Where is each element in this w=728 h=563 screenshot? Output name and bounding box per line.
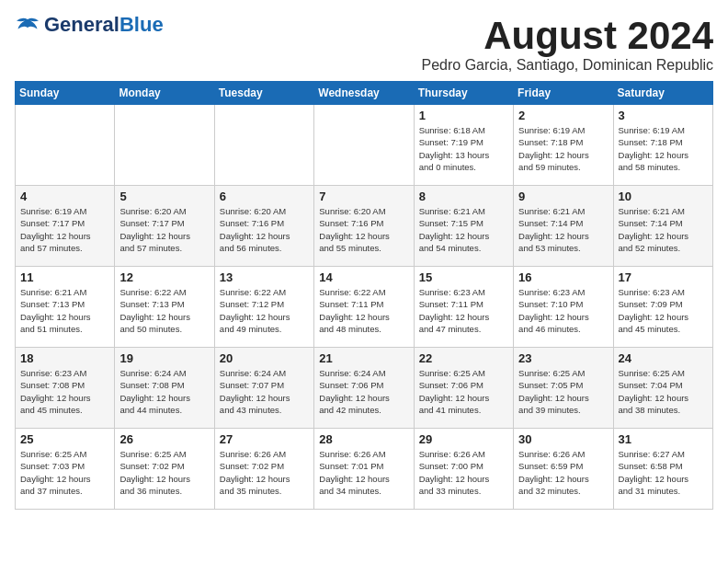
- day-number: 4: [20, 190, 109, 203]
- logo-bird-icon: [15, 17, 40, 33]
- calendar-week-row: 25Sunrise: 6:25 AM Sunset: 7:03 PM Dayli…: [16, 429, 713, 510]
- day-content: Sunrise: 6:24 AM Sunset: 7:08 PM Dayligh…: [119, 367, 209, 416]
- calendar-cell: 27Sunrise: 6:26 AM Sunset: 7:02 PM Dayli…: [214, 429, 313, 510]
- weekday-header-wednesday: Wednesday: [314, 82, 414, 105]
- day-content: Sunrise: 6:26 AM Sunset: 7:02 PM Dayligh…: [220, 448, 309, 497]
- title-area: August 2024 Pedro Garcia, Santiago, Domi…: [422, 15, 714, 74]
- calendar-cell: 6Sunrise: 6:20 AM Sunset: 7:16 PM Daylig…: [214, 186, 313, 267]
- calendar-cell: 5Sunrise: 6:20 AM Sunset: 7:17 PM Daylig…: [115, 186, 214, 267]
- day-number: 25: [20, 432, 109, 446]
- day-number: 20: [220, 351, 309, 365]
- day-content: Sunrise: 6:23 AM Sunset: 7:08 PM Dayligh…: [20, 367, 109, 416]
- day-content: Sunrise: 6:20 AM Sunset: 7:17 PM Dayligh…: [119, 205, 209, 254]
- day-content: Sunrise: 6:25 AM Sunset: 7:03 PM Dayligh…: [20, 448, 109, 497]
- calendar-cell: 2Sunrise: 6:19 AM Sunset: 7:18 PM Daylig…: [514, 105, 613, 186]
- calendar-week-row: 1Sunrise: 6:18 AM Sunset: 7:19 PM Daylig…: [16, 105, 713, 186]
- day-number: 27: [220, 432, 309, 446]
- day-number: 15: [419, 270, 508, 284]
- calendar-cell: 9Sunrise: 6:21 AM Sunset: 7:14 PM Daylig…: [514, 186, 613, 267]
- day-number: 31: [619, 432, 708, 446]
- header: GeneralBlue August 2024 Pedro Garcia, Sa…: [15, 15, 713, 74]
- calendar-cell: [214, 105, 313, 186]
- location-subtitle: Pedro Garcia, Santiago, Dominican Republ…: [422, 57, 714, 74]
- day-content: Sunrise: 6:22 AM Sunset: 7:11 PM Dayligh…: [319, 286, 408, 335]
- calendar-cell: 16Sunrise: 6:23 AM Sunset: 7:10 PM Dayli…: [514, 267, 613, 348]
- day-content: Sunrise: 6:18 AM Sunset: 7:19 PM Dayligh…: [419, 124, 508, 173]
- day-content: Sunrise: 6:22 AM Sunset: 7:12 PM Dayligh…: [220, 286, 309, 335]
- calendar-cell: 31Sunrise: 6:27 AM Sunset: 6:58 PM Dayli…: [613, 429, 712, 510]
- calendar-cell: 3Sunrise: 6:19 AM Sunset: 7:18 PM Daylig…: [613, 105, 712, 186]
- calendar-cell: [314, 105, 414, 186]
- calendar-cell: 28Sunrise: 6:26 AM Sunset: 7:01 PM Dayli…: [314, 429, 414, 510]
- day-content: Sunrise: 6:21 AM Sunset: 7:15 PM Dayligh…: [419, 205, 508, 254]
- day-number: 26: [119, 432, 209, 446]
- day-number: 23: [518, 351, 608, 365]
- day-number: 13: [220, 270, 309, 284]
- day-number: 10: [619, 190, 708, 203]
- calendar-cell: 10Sunrise: 6:21 AM Sunset: 7:14 PM Dayli…: [613, 186, 712, 267]
- calendar-cell: [115, 105, 214, 186]
- calendar-cell: 24Sunrise: 6:25 AM Sunset: 7:04 PM Dayli…: [613, 348, 712, 429]
- calendar-cell: 30Sunrise: 6:26 AM Sunset: 6:59 PM Dayli…: [514, 429, 613, 510]
- day-content: Sunrise: 6:25 AM Sunset: 7:05 PM Dayligh…: [518, 367, 608, 416]
- day-content: Sunrise: 6:19 AM Sunset: 7:18 PM Dayligh…: [518, 124, 608, 173]
- day-content: Sunrise: 6:23 AM Sunset: 7:11 PM Dayligh…: [419, 286, 508, 335]
- calendar-cell: 13Sunrise: 6:22 AM Sunset: 7:12 PM Dayli…: [214, 267, 313, 348]
- day-number: 1: [419, 109, 508, 122]
- day-number: 9: [518, 190, 608, 203]
- calendar-cell: 15Sunrise: 6:23 AM Sunset: 7:11 PM Dayli…: [414, 267, 513, 348]
- calendar-week-row: 18Sunrise: 6:23 AM Sunset: 7:08 PM Dayli…: [16, 348, 713, 429]
- calendar-week-row: 4Sunrise: 6:19 AM Sunset: 7:17 PM Daylig…: [16, 186, 713, 267]
- day-content: Sunrise: 6:25 AM Sunset: 7:02 PM Dayligh…: [119, 448, 209, 497]
- calendar-cell: 26Sunrise: 6:25 AM Sunset: 7:02 PM Dayli…: [115, 429, 214, 510]
- day-content: Sunrise: 6:26 AM Sunset: 7:00 PM Dayligh…: [419, 448, 508, 497]
- day-number: 29: [419, 432, 508, 446]
- day-content: Sunrise: 6:25 AM Sunset: 7:06 PM Dayligh…: [419, 367, 508, 416]
- day-content: Sunrise: 6:21 AM Sunset: 7:14 PM Dayligh…: [619, 205, 708, 254]
- day-number: 2: [518, 109, 608, 122]
- day-number: 21: [319, 351, 408, 365]
- calendar-cell: 23Sunrise: 6:25 AM Sunset: 7:05 PM Dayli…: [514, 348, 613, 429]
- day-number: 18: [20, 351, 109, 365]
- day-number: 3: [619, 109, 708, 122]
- day-content: Sunrise: 6:21 AM Sunset: 7:14 PM Dayligh…: [518, 205, 608, 254]
- day-content: Sunrise: 6:25 AM Sunset: 7:04 PM Dayligh…: [619, 367, 708, 416]
- calendar-cell: 17Sunrise: 6:23 AM Sunset: 7:09 PM Dayli…: [613, 267, 712, 348]
- calendar-cell: 11Sunrise: 6:21 AM Sunset: 7:13 PM Dayli…: [16, 267, 115, 348]
- day-content: Sunrise: 6:24 AM Sunset: 7:07 PM Dayligh…: [220, 367, 309, 416]
- calendar-table: SundayMondayTuesdayWednesdayThursdayFrid…: [15, 81, 713, 510]
- day-content: Sunrise: 6:24 AM Sunset: 7:06 PM Dayligh…: [319, 367, 408, 416]
- day-content: Sunrise: 6:21 AM Sunset: 7:13 PM Dayligh…: [20, 286, 109, 335]
- calendar-week-row: 11Sunrise: 6:21 AM Sunset: 7:13 PM Dayli…: [16, 267, 713, 348]
- day-number: 5: [119, 190, 209, 203]
- weekday-header-monday: Monday: [115, 82, 214, 105]
- day-number: 17: [619, 270, 708, 284]
- day-content: Sunrise: 6:23 AM Sunset: 7:10 PM Dayligh…: [518, 286, 608, 335]
- calendar-cell: 22Sunrise: 6:25 AM Sunset: 7:06 PM Dayli…: [414, 348, 513, 429]
- day-content: Sunrise: 6:26 AM Sunset: 7:01 PM Dayligh…: [319, 448, 408, 497]
- weekday-header-saturday: Saturday: [613, 82, 712, 105]
- calendar-cell: 20Sunrise: 6:24 AM Sunset: 7:07 PM Dayli…: [214, 348, 313, 429]
- calendar-cell: 18Sunrise: 6:23 AM Sunset: 7:08 PM Dayli…: [16, 348, 115, 429]
- weekday-header-sunday: Sunday: [16, 82, 115, 105]
- day-content: Sunrise: 6:20 AM Sunset: 7:16 PM Dayligh…: [319, 205, 408, 254]
- day-number: 19: [119, 351, 209, 365]
- day-content: Sunrise: 6:22 AM Sunset: 7:13 PM Dayligh…: [119, 286, 209, 335]
- weekday-header-friday: Friday: [514, 82, 613, 105]
- calendar-cell: 8Sunrise: 6:21 AM Sunset: 7:15 PM Daylig…: [414, 186, 513, 267]
- day-content: Sunrise: 6:23 AM Sunset: 7:09 PM Dayligh…: [619, 286, 708, 335]
- calendar-cell: 4Sunrise: 6:19 AM Sunset: 7:17 PM Daylig…: [16, 186, 115, 267]
- weekday-header-row: SundayMondayTuesdayWednesdayThursdayFrid…: [16, 82, 713, 105]
- weekday-header-thursday: Thursday: [414, 82, 513, 105]
- calendar-cell: 21Sunrise: 6:24 AM Sunset: 7:06 PM Dayli…: [314, 348, 414, 429]
- day-number: 6: [220, 190, 309, 203]
- day-content: Sunrise: 6:20 AM Sunset: 7:16 PM Dayligh…: [220, 205, 309, 254]
- calendar-cell: 25Sunrise: 6:25 AM Sunset: 7:03 PM Dayli…: [16, 429, 115, 510]
- day-content: Sunrise: 6:19 AM Sunset: 7:18 PM Dayligh…: [619, 124, 708, 173]
- day-content: Sunrise: 6:26 AM Sunset: 6:59 PM Dayligh…: [518, 448, 608, 497]
- day-content: Sunrise: 6:19 AM Sunset: 7:17 PM Dayligh…: [20, 205, 109, 254]
- calendar-cell: 12Sunrise: 6:22 AM Sunset: 7:13 PM Dayli…: [115, 267, 214, 348]
- day-number: 16: [518, 270, 608, 284]
- logo-text: GeneralBlue: [44, 13, 164, 36]
- calendar-cell: [16, 105, 115, 186]
